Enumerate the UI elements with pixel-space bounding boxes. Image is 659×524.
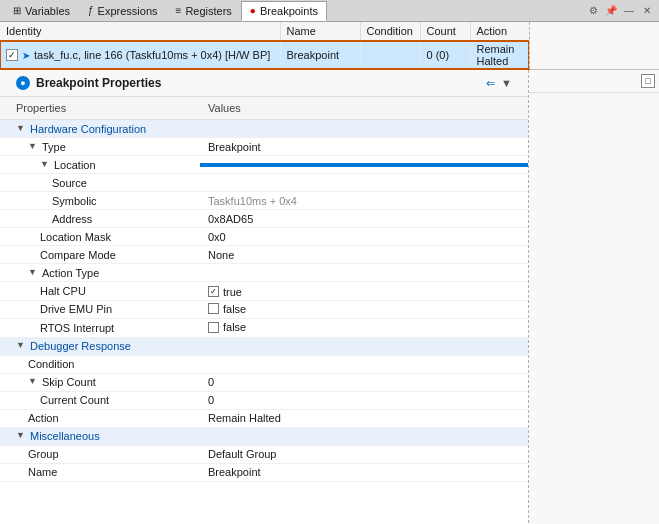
tab-breakpoints[interactable]: ● Breakpoints <box>241 1 327 21</box>
properties-title-text: Breakpoint Properties <box>36 76 161 90</box>
props-body: ▼ Hardware Configuration ▼ Type Breakpoi… <box>0 120 528 482</box>
registers-icon: ≡ <box>176 5 182 16</box>
type-value: Breakpoint <box>200 139 528 155</box>
action-type-expand-icon: ▼ <box>28 267 40 279</box>
condition-value <box>200 362 528 366</box>
halt-cpu-label: Halt CPU <box>0 283 200 299</box>
drive-emu-pin-label: Drive EMU Pin <box>0 301 200 317</box>
group-label: Group <box>0 446 200 462</box>
tab-variables[interactable]: ⊞ Variables <box>4 1 79 21</box>
current-count-label: Current Count <box>0 392 200 408</box>
action-type-label: ▼ Action Type <box>0 265 200 281</box>
action-type-value <box>200 271 528 275</box>
hardware-config-label: ▼ Hardware Configuration <box>0 121 200 137</box>
symbolic-label: Symbolic <box>0 193 200 209</box>
rtos-interrupt-value: false <box>200 319 528 337</box>
bp-name-cell: Breakpoint <box>280 41 360 70</box>
prop-location-mask[interactable]: Location Mask 0x0 <box>0 228 528 246</box>
prop-halt-cpu[interactable]: Halt CPU ✓ true <box>0 282 528 301</box>
condition-label: Condition <box>0 356 200 372</box>
prop-location[interactable]: ▼ Location <box>0 156 528 174</box>
right-sidebar-header: □ <box>529 70 659 93</box>
prop-symbolic[interactable]: Symbolic Taskfu10ms + 0x4 <box>0 192 528 210</box>
location-mask-label: Location Mask <box>0 229 200 245</box>
symbolic-value: Taskfu10ms + 0x4 <box>200 193 528 209</box>
location-value <box>200 163 528 167</box>
prop-name[interactable]: Name Breakpoint <box>0 464 528 482</box>
drive-emu-pin-value: false <box>200 301 528 319</box>
tab-registers[interactable]: ≡ Registers <box>167 1 241 21</box>
minimize-button[interactable]: — <box>621 3 637 19</box>
col-properties-header: Properties <box>0 100 200 116</box>
miscellaneous-expand-icon: ▼ <box>16 430 28 442</box>
breakpoints-table: Identity Name Condition Count Action ✓ ➤ <box>0 22 529 69</box>
bp-action-cell: Remain Halted <box>470 41 529 70</box>
prop-skip-count[interactable]: ▼ Skip Count 0 <box>0 374 528 392</box>
prop-compare-mode[interactable]: Compare Mode None <box>0 246 528 264</box>
maximize-button[interactable]: □ <box>641 74 655 88</box>
breakpoints-icon: ● <box>250 5 256 16</box>
table-row[interactable]: ✓ ➤ task_fu.c, line 166 (Taskfu10ms + 0x… <box>0 41 529 70</box>
bp-arrow-icon: ➤ <box>22 50 30 61</box>
section-hardware-config[interactable]: ▼ Hardware Configuration <box>0 120 528 138</box>
skip-count-value: 0 <box>200 374 528 390</box>
main-content: ● Breakpoint Properties ⇐ ▼ Properties V… <box>0 70 659 524</box>
rtos-interrupt-label: RTOS Interrupt <box>0 320 200 336</box>
bp-checkbox[interactable]: ✓ <box>6 49 18 61</box>
name-value: Breakpoint <box>200 464 528 480</box>
tab-bar: ⊞ Variables ƒ Expressions ≡ Registers ● … <box>0 0 659 22</box>
col-identity: Identity <box>0 22 280 41</box>
action-label: Action <box>0 410 200 426</box>
address-label: Address <box>0 211 200 227</box>
group-value: Default Group <box>200 446 528 462</box>
miscellaneous-value <box>200 434 528 438</box>
props-columns-header: Properties Values <box>0 97 528 120</box>
tab-expressions[interactable]: ƒ Expressions <box>79 1 166 21</box>
rtos-interrupt-checkbox[interactable] <box>208 322 219 333</box>
halt-cpu-checkbox[interactable]: ✓ <box>208 286 219 297</box>
action-value: Remain Halted <box>200 410 528 426</box>
settings-button[interactable]: ⚙ <box>585 3 601 19</box>
location-label: ▼ Location <box>0 157 200 173</box>
prop-rtos-interrupt[interactable]: RTOS Interrupt false <box>0 319 528 338</box>
section-debugger-response[interactable]: ▼ Debugger Response <box>0 338 528 356</box>
close-button[interactable]: ✕ <box>639 3 655 19</box>
source-value <box>200 181 528 185</box>
source-label: Source <box>0 175 200 191</box>
location-expand-icon: ▼ <box>40 159 52 171</box>
right-sidebar: □ <box>529 70 659 524</box>
location-mask-value: 0x0 <box>200 229 528 245</box>
bp-count-cell: 0 (0) <box>420 41 470 70</box>
current-count-value: 0 <box>200 392 528 408</box>
back-button[interactable]: ⇐ <box>486 77 495 90</box>
properties-header-buttons: ⇐ ▼ <box>486 77 512 90</box>
prop-type[interactable]: ▼ Type Breakpoint <box>0 138 528 156</box>
bp-condition-cell <box>360 41 420 70</box>
prop-drive-emu-pin[interactable]: Drive EMU Pin false <box>0 301 528 320</box>
col-action: Action <box>470 22 529 41</box>
pin-button[interactable]: 📌 <box>603 3 619 19</box>
name-label: Name <box>0 464 200 480</box>
section-miscellaneous[interactable]: ▼ Miscellaneous <box>0 428 528 446</box>
skip-count-label: ▼ Skip Count <box>0 374 200 390</box>
dropdown-button[interactable]: ▼ <box>501 77 512 89</box>
skip-count-expand-icon: ▼ <box>28 376 40 388</box>
prop-source[interactable]: Source <box>0 174 528 192</box>
breakpoints-table-container: Identity Name Condition Count Action ✓ ➤ <box>0 22 529 69</box>
properties-panel: ● Breakpoint Properties ⇐ ▼ Properties V… <box>0 70 529 524</box>
col-name: Name <box>280 22 360 41</box>
expressions-icon: ƒ <box>88 5 94 16</box>
debugger-response-expand-icon: ▼ <box>16 340 28 352</box>
prop-address[interactable]: Address 0x8AD65 <box>0 210 528 228</box>
prop-action-type[interactable]: ▼ Action Type <box>0 264 528 282</box>
prop-group[interactable]: Group Default Group <box>0 446 528 464</box>
prop-current-count[interactable]: Current Count 0 <box>0 392 528 410</box>
properties-header: ● Breakpoint Properties ⇐ ▼ <box>0 70 528 97</box>
miscellaneous-label: ▼ Miscellaneous <box>0 428 200 444</box>
prop-action[interactable]: Action Remain Halted <box>0 410 528 428</box>
halt-cpu-value: ✓ true <box>200 282 528 300</box>
bp-identity-text: task_fu.c, line 166 (Taskfu10ms + 0x4) [… <box>34 49 270 61</box>
drive-emu-pin-checkbox[interactable] <box>208 303 219 314</box>
prop-condition[interactable]: Condition <box>0 356 528 374</box>
compare-mode-label: Compare Mode <box>0 247 200 263</box>
